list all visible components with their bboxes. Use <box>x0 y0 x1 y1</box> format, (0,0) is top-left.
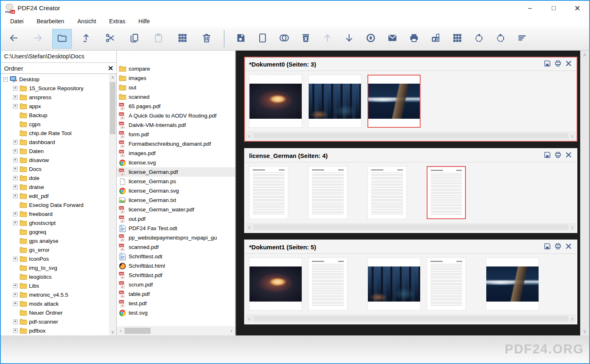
page-thumbnail-2[interactable] <box>308 75 361 128</box>
menu-ansicht[interactable]: Ansicht <box>73 17 100 26</box>
minimize-button[interactable]: – <box>518 1 542 16</box>
save-document-icon[interactable] <box>543 60 551 69</box>
collapse-icon[interactable]: − <box>3 77 8 82</box>
toolbar-paste-button[interactable] <box>149 29 168 49</box>
expand-icon[interactable]: + <box>13 176 18 180</box>
page-thumbnail-5[interactable] <box>486 257 539 311</box>
chevron-right-icon[interactable]: › <box>231 328 232 334</box>
tree-item-dashboard[interactable]: +dashboard <box>1 138 109 146</box>
document-scrollbar-horizontal[interactable]: ‹› <box>246 131 576 140</box>
print-document-icon[interactable] <box>554 60 562 69</box>
tree-item-eseclog-data-forward[interactable]: Eseclog Data Forward <box>1 200 109 209</box>
expand-icon[interactable]: + <box>13 167 18 171</box>
tree-item-desktop[interactable]: −Desktop <box>1 75 109 84</box>
file-item-pdf24-fax-test-odt[interactable]: PDF24 Fax Test.odt <box>117 224 235 233</box>
file-item-scanned-pdf[interactable]: PDFscanned.pdf <box>117 242 235 252</box>
toolbar-thumbnails-button[interactable] <box>173 29 192 49</box>
page-thumbnail-3[interactable] <box>367 75 421 128</box>
tree-item-disavow[interactable]: +disavow <box>1 155 109 164</box>
toolbar-import-button[interactable] <box>76 29 96 49</box>
file-item-schrifttest-odt[interactable]: Schrifttest.odt <box>117 252 235 261</box>
file-item-schriftt-st-html[interactable]: Schrifttäst.html <box>117 261 235 271</box>
file-item-license-svg[interactable]: license.svg <box>117 158 235 167</box>
expand-icon[interactable]: + <box>13 158 18 162</box>
toolbar-email-button[interactable] <box>383 29 402 49</box>
page-thumbnail-1[interactable] <box>249 75 302 128</box>
document-scrollbar-horizontal[interactable]: ‹› <box>246 314 576 323</box>
print-document-icon[interactable] <box>554 242 562 252</box>
toolbar-rotate-right-button[interactable] <box>491 29 510 49</box>
expand-icon[interactable]: + <box>13 86 18 91</box>
file-item-scrum-pdf[interactable]: PDFscrum.pdf <box>117 280 235 289</box>
chevron-right-icon[interactable]: › <box>571 133 573 139</box>
file-item-form-pdf[interactable]: PDFform.pdf <box>117 130 235 139</box>
menu-extras[interactable]: Extras <box>105 17 130 26</box>
tree-scrollbar-vertical[interactable]: ∧ ∨ <box>109 74 116 335</box>
file-item-formatbeschreibung-diamant-pdf[interactable]: PDFFormatbeschreibung_diamant.pdf <box>117 139 235 149</box>
file-item-pp-websitepaymentspro-nvpapi-gu[interactable]: PDFpp_websitepaymentspro_nvpapi_gu <box>117 233 235 242</box>
close-button[interactable]: × <box>566 1 589 16</box>
tree-item-img-to-svg[interactable]: img_to_svg <box>1 263 109 272</box>
tree-item-gps-analyse[interactable]: gps analyse <box>1 236 109 245</box>
file-item-images-pdf[interactable]: PDFimages.pdf <box>117 149 235 158</box>
toolbar-move-down-button[interactable] <box>339 29 359 49</box>
document-panel-0[interactable]: *Dokument0 (Seiten: 3)‹› <box>244 57 577 142</box>
tree-item-edit-pdf[interactable]: +edit_pdf <box>1 191 109 200</box>
tree-item-docs[interactable]: +Docs <box>1 164 109 173</box>
expand-icon[interactable]: + <box>13 212 18 216</box>
chevron-left-icon[interactable]: ‹ <box>120 328 121 334</box>
expand-icon[interactable]: + <box>13 284 18 288</box>
tree-item-gs-error[interactable]: gs_error <box>1 245 109 254</box>
chevron-up-icon[interactable]: ∧ <box>111 75 114 80</box>
file-item-license-german-pdf[interactable]: PDFlicense_German.pdf <box>117 167 235 177</box>
file-item-license-german-water-pdf[interactable]: PDFlicense_German_water.pdf <box>117 205 235 214</box>
chevron-left-icon[interactable]: ‹ <box>248 315 250 322</box>
toolbar-save-button[interactable] <box>231 29 251 49</box>
page-thumbnail-1[interactable] <box>249 166 288 219</box>
toolbar-sort-button[interactable] <box>512 29 532 49</box>
menu-datei[interactable]: Datei <box>6 17 28 26</box>
document-scrollbar-thumb[interactable] <box>254 133 568 138</box>
page-thumbnail-4[interactable] <box>427 257 466 311</box>
toolbar-back-button[interactable] <box>4 29 24 49</box>
workspace-scrollbar-vertical[interactable]: ∧ ∨ <box>580 51 589 335</box>
page-thumbnail-4[interactable] <box>427 166 466 219</box>
tree-item-neuer-rdner[interactable]: Neuer Ördner <box>1 308 109 317</box>
tree-item-freeboard[interactable]: +freeboard <box>1 209 109 218</box>
tree-item-libs[interactable]: +Libs <box>1 281 109 290</box>
expand-icon[interactable]: + <box>13 194 18 198</box>
toolbar-remove-document-button[interactable] <box>296 29 316 49</box>
chevron-left-icon[interactable]: ‹ <box>248 133 250 139</box>
expand-icon[interactable]: + <box>13 320 18 324</box>
page-thumbnail-1[interactable] <box>249 257 302 311</box>
toolbar-new-page-button[interactable] <box>253 29 272 49</box>
chevron-up-icon[interactable]: ∧ <box>583 52 587 58</box>
chevron-right-icon[interactable]: › <box>571 315 573 322</box>
chevron-right-icon[interactable]: › <box>571 224 573 231</box>
tree-item-modx-attack[interactable]: +modx attack <box>1 299 109 308</box>
menu-bearbeiten[interactable]: Bearbeiten <box>32 17 69 26</box>
tree-item-chip-de-rate-tool[interactable]: chip.de Rate Tool <box>1 129 109 138</box>
chevron-down-icon[interactable]: ∨ <box>583 328 587 334</box>
tree-item-dole[interactable]: +dole <box>1 173 109 182</box>
file-item-license-german-svg[interactable]: license_German.svg <box>117 186 235 195</box>
menu-hilfe[interactable]: Hilfe <box>134 17 154 26</box>
tree-item-iconpos[interactable]: +IconPos <box>1 254 109 263</box>
tree-item-backup[interactable]: Backup <box>1 111 109 120</box>
tree-item-ghostscript[interactable]: +ghostscript <box>1 218 109 227</box>
close-document-icon[interactable] <box>565 242 572 252</box>
print-document-icon[interactable] <box>554 151 562 160</box>
tree-item-cgps[interactable]: cgps <box>1 120 109 129</box>
file-item-65-pages-pdf[interactable]: PDF65 pages.pdf <box>117 102 235 111</box>
save-document-icon[interactable] <box>543 151 551 160</box>
chevron-left-icon[interactable]: ‹ <box>248 224 250 231</box>
expand-icon[interactable]: + <box>13 293 18 297</box>
file-item-images[interactable]: images <box>117 73 235 83</box>
file-item-compare[interactable]: compare <box>117 64 235 73</box>
file-item-license-german-ps[interactable]: license_German.ps <box>117 177 235 186</box>
folder-panel-close-icon[interactable]: × <box>108 64 113 72</box>
toolbar-copy-button[interactable] <box>125 29 144 49</box>
file-item-schriftt-st-pdf[interactable]: PDFSchrifttäst.pdf <box>117 271 235 280</box>
tree-item-anspress[interactable]: +anspress <box>1 93 109 102</box>
page-thumbnail-3[interactable] <box>367 166 407 219</box>
